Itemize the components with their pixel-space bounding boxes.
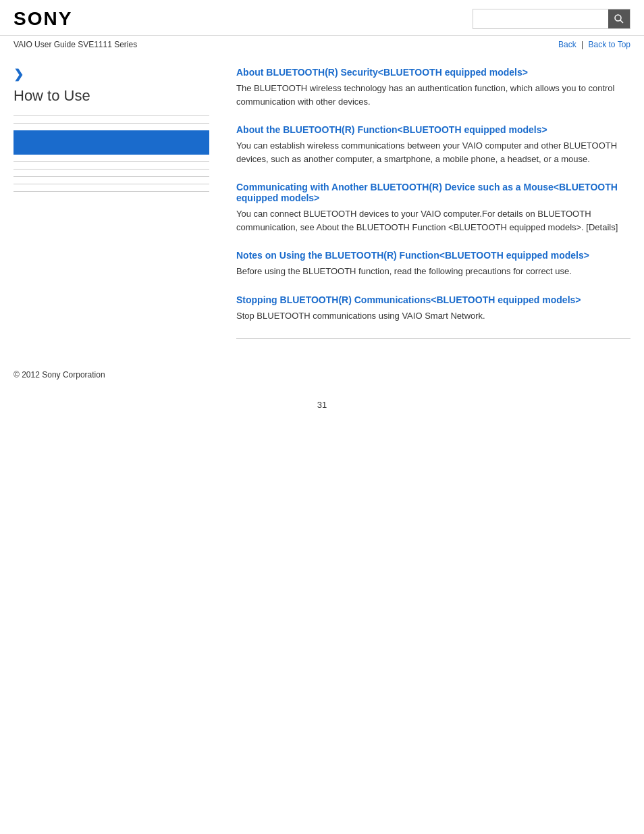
svg-point-0 bbox=[615, 15, 621, 21]
content-section-3: Communicating with Another BLUETOOTH(R) … bbox=[236, 182, 630, 234]
section-1-title[interactable]: About BLUETOOTH(R) Security<BLUETOOTH eq… bbox=[236, 67, 630, 78]
section-2-title[interactable]: About the BLUETOOTH(R) Function<BLUETOOT… bbox=[236, 124, 630, 135]
search-button[interactable] bbox=[608, 9, 630, 28]
sidebar-line-6 bbox=[14, 184, 209, 184]
back-link[interactable]: Back bbox=[558, 40, 576, 49]
content-area: About BLUETOOTH(R) Security<BLUETOOTH eq… bbox=[223, 53, 630, 350]
back-to-top-link[interactable]: Back to Top bbox=[589, 40, 630, 49]
section-5-title[interactable]: Stopping BLUETOOTH(R) Communications<BLU… bbox=[236, 294, 630, 305]
section-1-text: The BLUETOOTH wireless technology has an… bbox=[236, 82, 630, 108]
content-section-2: About the BLUETOOTH(R) Function<BLUETOOT… bbox=[236, 124, 630, 165]
guide-title: VAIO User Guide SVE1111 Series bbox=[14, 40, 137, 49]
sidebar-line-5 bbox=[14, 176, 209, 177]
svg-line-1 bbox=[620, 20, 623, 23]
content-section-5: Stopping BLUETOOTH(R) Communications<BLU… bbox=[236, 294, 630, 323]
section-3-text: You can connect BLUETOOTH devices to you… bbox=[236, 207, 630, 234]
sony-logo: SONY bbox=[14, 8, 72, 30]
content-section-1: About BLUETOOTH(R) Security<BLUETOOTH eq… bbox=[236, 67, 630, 108]
sidebar-active-bar[interactable] bbox=[14, 130, 209, 155]
section-3-title[interactable]: Communicating with Another BLUETOOTH(R) … bbox=[236, 182, 630, 203]
section-4-text: Before using the BLUETOOTH function, rea… bbox=[236, 265, 630, 278]
nav-links: Back | Back to Top bbox=[558, 40, 630, 49]
sidebar-line-3 bbox=[14, 161, 209, 162]
sidebar-line-2 bbox=[14, 123, 209, 124]
footer: © 2012 Sony Corporation bbox=[0, 357, 644, 393]
search-icon bbox=[614, 14, 624, 24]
search-input[interactable] bbox=[473, 9, 608, 28]
search-box bbox=[473, 9, 630, 29]
sidebar-line-4 bbox=[14, 169, 209, 170]
page-header: SONY bbox=[0, 0, 644, 36]
main-content: ❯ How to Use About BLUETOOTH(R) Security… bbox=[0, 53, 644, 350]
content-section-4: Notes on Using the BLUETOOTH(R) Function… bbox=[236, 250, 630, 278]
section-5-text: Stop BLUETOOTH communications using VAIO… bbox=[236, 309, 630, 323]
content-divider-bottom bbox=[236, 338, 630, 339]
page-number: 31 bbox=[0, 393, 644, 423]
copyright: © 2012 Sony Corporation bbox=[14, 370, 105, 380]
sidebar-chevron: ❯ bbox=[14, 67, 209, 82]
section-4-title[interactable]: Notes on Using the BLUETOOTH(R) Function… bbox=[236, 250, 630, 261]
sidebar: ❯ How to Use bbox=[14, 53, 223, 350]
sidebar-title: How to Use bbox=[14, 87, 209, 105]
section-2-text: You can establish wireless communication… bbox=[236, 139, 630, 165]
sidebar-line-7 bbox=[14, 191, 209, 192]
sidebar-line-1 bbox=[14, 115, 209, 116]
nav-separator: | bbox=[581, 40, 583, 49]
nav-bar: VAIO User Guide SVE1111 Series Back | Ba… bbox=[0, 36, 644, 53]
